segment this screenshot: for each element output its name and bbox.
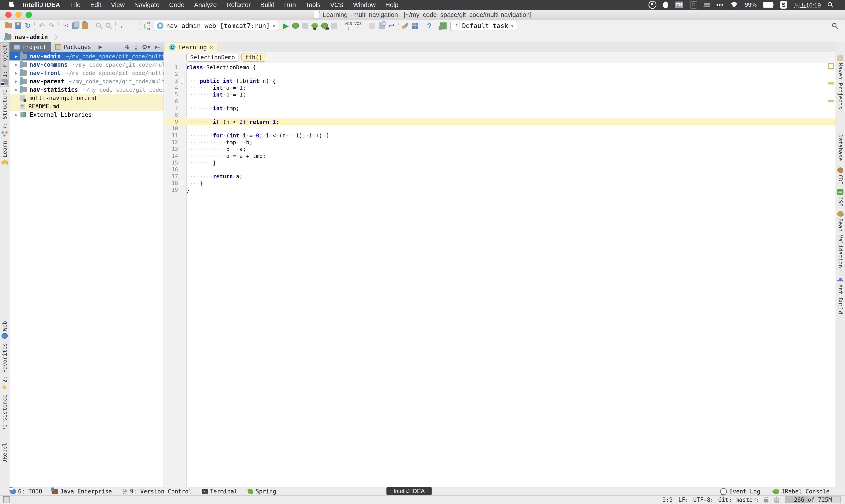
code-line[interactable]: 17········return·a; bbox=[164, 173, 835, 180]
collapse-all-icon[interactable]: ↨ bbox=[134, 43, 137, 51]
record-icon[interactable] bbox=[649, 1, 656, 9]
code-line[interactable]: 8 bbox=[164, 112, 835, 119]
fold-marker-icon[interactable]: - bbox=[180, 181, 184, 186]
copy-icon[interactable] bbox=[70, 21, 80, 31]
menu-item-window[interactable]: Window bbox=[353, 1, 376, 8]
gear-menu-icon[interactable]: ⚙▾ bbox=[142, 43, 150, 51]
editor-error-stripe[interactable] bbox=[828, 63, 835, 487]
code-line[interactable]: 3-····public·int·fib(int·n)·{ bbox=[164, 78, 835, 85]
sync-icon[interactable]: ↻ bbox=[23, 21, 33, 31]
more-dots-icon[interactable]: ••• bbox=[716, 2, 723, 8]
tool-stripe-bean-validation[interactable]: Bean Validation bbox=[836, 209, 845, 270]
menubar-app-name[interactable]: IntelliJ IDEA bbox=[23, 1, 60, 8]
sogou-icon[interactable]: S bbox=[780, 1, 787, 8]
menu-item-analyze[interactable]: Analyze bbox=[194, 1, 217, 8]
debug-icon[interactable] bbox=[291, 21, 300, 31]
expand-arrow-icon[interactable]: ▶ bbox=[13, 70, 20, 76]
toolbar-search-icon[interactable] bbox=[830, 21, 840, 31]
apple-menu-icon[interactable] bbox=[9, 2, 15, 8]
code-line[interactable]: 6 bbox=[164, 98, 835, 105]
tree-item-nav-commons[interactable]: ▶nav-commons~/my_code_space/git_code/mul… bbox=[10, 60, 163, 69]
hector-icon[interactable] bbox=[774, 498, 779, 503]
jrebel-run-icon[interactable] bbox=[310, 21, 320, 31]
minimize-window-button[interactable] bbox=[15, 12, 22, 18]
tab-packages[interactable]: Packages bbox=[51, 42, 95, 52]
file-encoding[interactable]: UTF-8▴▾ bbox=[693, 497, 712, 503]
code-line[interactable]: 11········for·(int·i·=·0;·i·<·(n·-·1);·i… bbox=[164, 132, 835, 139]
editor-body[interactable]: 1class·SelectionDemo·{23-····public·int·… bbox=[164, 63, 835, 487]
code-line[interactable]: 13············b·=·a; bbox=[164, 146, 835, 152]
toolwindow-button-java-enterprise[interactable]: Java Enterprise bbox=[52, 488, 112, 495]
task-selector[interactable]: ?Default task▼ bbox=[451, 21, 517, 31]
tool-stripe-jrebel[interactable]: JRebel bbox=[0, 441, 9, 472]
profile-icon[interactable] bbox=[330, 21, 339, 31]
qq-icon[interactable] bbox=[663, 2, 668, 8]
run-icon[interactable]: ▶ bbox=[281, 21, 291, 31]
expand-arrow-icon[interactable]: ▶ bbox=[13, 62, 20, 67]
undo-icon[interactable]: ↶ bbox=[37, 21, 47, 31]
warning-mark[interactable] bbox=[828, 82, 834, 85]
tool-stripe-web[interactable]: Web bbox=[0, 319, 9, 341]
menubar-clock[interactable]: 周五10:19 bbox=[794, 1, 821, 9]
code-line[interactable]: 7········int·tmp; bbox=[164, 105, 835, 112]
menu-item-vcs[interactable]: VCS bbox=[330, 1, 343, 8]
tree-item-nav-parent[interactable]: ▶nav-parent~/my_code_space/git_code/mult… bbox=[10, 77, 163, 86]
input-search-icon[interactable] bbox=[690, 1, 697, 8]
expand-arrow-icon[interactable]: ▶ bbox=[13, 79, 20, 84]
memory-indicator[interactable]: 266 of 725M bbox=[785, 496, 841, 503]
jrebel-save-icon[interactable] bbox=[439, 21, 448, 31]
save-icon[interactable] bbox=[13, 21, 23, 31]
history-icon[interactable] bbox=[377, 21, 387, 31]
tool-stripe-persistence[interactable]: Persistence bbox=[0, 392, 9, 441]
code-line[interactable]: 18-····} bbox=[164, 180, 835, 187]
tool-stripe-project[interactable]: 1: Project bbox=[0, 42, 9, 87]
code-line[interactable]: 5········int·b·=·1; bbox=[164, 91, 835, 98]
menu-item-help[interactable]: Help bbox=[385, 1, 399, 8]
project-structure-icon[interactable] bbox=[410, 21, 420, 31]
maximize-window-button[interactable] bbox=[25, 12, 32, 18]
menu-item-file[interactable]: File bbox=[70, 1, 81, 8]
jrebel-debug-icon[interactable] bbox=[320, 21, 330, 31]
editor-tab-learning[interactable]: C Learning × bbox=[165, 42, 217, 52]
tool-stripe-cdi[interactable]: CDI bbox=[836, 165, 845, 187]
spotlight-search-icon[interactable] bbox=[827, 2, 833, 8]
code-line[interactable]: 2 bbox=[164, 71, 835, 78]
navbar-module-crumb[interactable]: nav-admin bbox=[15, 33, 48, 41]
shelve-icon[interactable] bbox=[367, 21, 377, 31]
tree-item-nav-statistics[interactable]: ▶nav-statistics~/my_code_space/git_code/… bbox=[10, 86, 163, 94]
menu-item-refactor[interactable]: Refactor bbox=[226, 1, 251, 8]
inspection-status-icon[interactable] bbox=[828, 63, 834, 69]
tool-stripe-database[interactable]: Database bbox=[836, 125, 845, 163]
code-line[interactable]: 19} bbox=[164, 187, 835, 194]
toolwindow-button-spring[interactable]: Spring bbox=[248, 488, 276, 495]
tool-stripe-ant-build[interactable]: Ant Build bbox=[836, 275, 845, 316]
tool-stripe-structure[interactable]: 7: Structure bbox=[0, 87, 9, 139]
expand-arrow-icon[interactable]: ▶ bbox=[13, 112, 20, 118]
tool-stripe-maven-projects[interactable]: Maven Projects bbox=[836, 53, 845, 111]
hex-download-icon[interactable]: ↓011001 bbox=[142, 21, 152, 31]
back-icon[interactable]: ← bbox=[118, 21, 128, 31]
tab-project[interactable]: Project bbox=[10, 42, 51, 52]
hide-panel-icon[interactable]: ⇤ bbox=[155, 43, 160, 51]
tool-stripe-favorites[interactable]: 2: Favorites★ bbox=[0, 341, 9, 393]
fold-marker-icon[interactable]: - bbox=[180, 79, 184, 84]
close-window-button[interactable] bbox=[5, 12, 12, 18]
tool-stripe-jsf[interactable]: JSFJSF bbox=[836, 187, 845, 209]
locate-icon[interactable]: ⊕ bbox=[125, 43, 130, 51]
help-icon[interactable]: ? bbox=[424, 21, 434, 31]
menu-item-build[interactable]: Build bbox=[260, 1, 275, 8]
menu-item-navigate[interactable]: Navigate bbox=[134, 1, 159, 8]
git-branch[interactable]: Git: master▴▾ bbox=[718, 497, 758, 503]
wifi-icon[interactable] bbox=[730, 2, 738, 8]
menu-item-code[interactable]: Code bbox=[169, 1, 184, 8]
cut-icon[interactable]: ✂ bbox=[61, 21, 70, 31]
paste-icon[interactable] bbox=[80, 21, 90, 31]
menu-item-edit[interactable]: Edit bbox=[90, 1, 101, 8]
warning-mark[interactable] bbox=[828, 100, 834, 102]
code-line[interactable]: 15········} bbox=[164, 159, 835, 166]
tree-item-external-libraries[interactable]: ▶External Libraries bbox=[10, 111, 163, 119]
breadcrumb-selectiondemo[interactable]: SelectionDemo bbox=[187, 53, 239, 61]
toggle-toolwindows-icon[interactable] bbox=[3, 496, 10, 503]
toolwindow-button-todo[interactable]: 6: TODO bbox=[10, 488, 42, 495]
line-separator[interactable]: LF▴▾ bbox=[679, 497, 687, 503]
